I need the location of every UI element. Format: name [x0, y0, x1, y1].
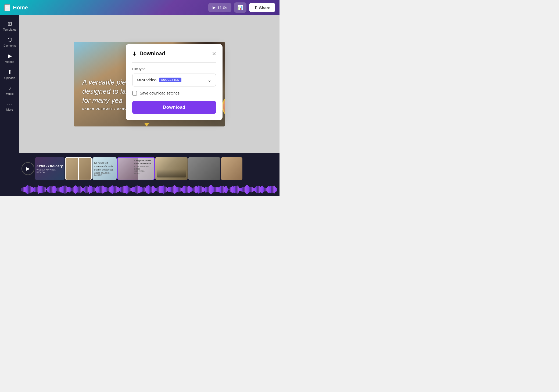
clip-content: Extra / Ordinary WEEKLY APPAREL REVIEW — [35, 157, 64, 180]
svg-rect-187 — [239, 188, 240, 191]
svg-rect-29 — [55, 187, 56, 193]
svg-rect-65 — [97, 186, 98, 193]
svg-rect-86 — [121, 187, 122, 193]
svg-rect-33 — [60, 187, 61, 193]
canvas-wrapper: A versatile piecedesigned to lastfor man… — [74, 42, 225, 126]
svg-rect-160 — [207, 187, 208, 193]
svg-rect-93 — [130, 188, 130, 191]
list-item[interactable]: Long and Belted Coat for Women COAT, BEA… — [117, 157, 155, 180]
svg-rect-3 — [25, 187, 26, 192]
svg-rect-181 — [232, 186, 233, 193]
svg-rect-34 — [61, 187, 62, 193]
svg-rect-102 — [140, 187, 141, 192]
share-button[interactable]: ⬆ Share — [249, 3, 275, 12]
svg-rect-168 — [217, 187, 218, 192]
svg-rect-22 — [47, 187, 48, 191]
svg-rect-167 — [216, 187, 217, 192]
svg-rect-37 — [64, 186, 65, 194]
svg-rect-199 — [253, 188, 254, 191]
svg-rect-195 — [248, 186, 249, 193]
svg-rect-71 — [104, 187, 105, 192]
svg-rect-8 — [31, 187, 32, 193]
svg-rect-136 — [180, 187, 181, 192]
svg-rect-212 — [268, 186, 269, 193]
svg-rect-142 — [187, 187, 187, 193]
svg-rect-66 — [98, 187, 99, 193]
templates-icon: ⊞ — [8, 20, 12, 27]
modal-header: ⬇ Download ✕ — [132, 50, 216, 57]
svg-rect-38 — [66, 186, 66, 193]
sidebar-item-videos[interactable]: ▶ Videos — [1, 50, 18, 66]
svg-rect-138 — [182, 187, 183, 192]
svg-rect-213 — [269, 186, 270, 193]
uploads-icon: ⬆ — [8, 69, 12, 75]
svg-rect-2 — [24, 187, 25, 192]
list-item[interactable] — [188, 157, 220, 180]
list-item[interactable]: Ive never feltmore comfortablethan in th… — [92, 157, 117, 180]
timeline-play-button[interactable]: ▶ — [22, 162, 34, 175]
svg-rect-70 — [103, 186, 104, 193]
file-type-label: File type — [132, 67, 216, 71]
back-button[interactable]: ← — [4, 4, 10, 11]
page-title: Home — [13, 5, 28, 11]
svg-rect-155 — [202, 187, 203, 192]
svg-rect-148 — [194, 187, 194, 192]
svg-rect-149 — [195, 186, 196, 193]
svg-rect-88 — [124, 186, 125, 193]
header-right: ▶ 11.0s 📊 ⬆ Share — [208, 2, 275, 13]
svg-rect-48 — [77, 187, 78, 193]
svg-rect-153 — [199, 186, 200, 193]
sidebar-item-uploads[interactable]: ⬆ Uploads — [1, 67, 18, 82]
list-item[interactable] — [65, 157, 92, 180]
svg-rect-85 — [120, 187, 121, 193]
svg-rect-154 — [200, 186, 201, 193]
svg-rect-80 — [114, 186, 115, 193]
play-button[interactable]: ▶ 11.0s — [208, 3, 232, 12]
svg-rect-143 — [188, 186, 189, 193]
timeline: ▶ Extra / Ordinary WEEKLY APPAREL REVIEW — [19, 153, 280, 196]
svg-rect-36 — [63, 186, 64, 193]
svg-rect-57 — [88, 187, 89, 192]
stats-button[interactable]: 📊 — [234, 2, 246, 13]
content-area: A versatile piecedesigned to lastfor man… — [19, 15, 280, 196]
sidebar-item-more[interactable]: ··· More — [1, 99, 18, 113]
clip-text-area: Long and Belted Coat for Women COAT, BEA… — [134, 159, 153, 175]
svg-rect-156 — [203, 187, 204, 192]
clip-text: Ive never feltmore comfortablethan in th… — [94, 161, 113, 172]
svg-rect-215 — [271, 186, 272, 193]
sidebar-item-elements[interactable]: ⬡ Elements — [1, 34, 18, 49]
svg-rect-197 — [250, 187, 251, 192]
sidebar-item-music[interactable]: ♪ Music — [1, 83, 18, 97]
share-icon: ⬆ — [254, 5, 257, 10]
download-button[interactable]: Download — [132, 101, 216, 114]
svg-rect-21 — [46, 189, 47, 190]
svg-rect-79 — [113, 186, 114, 193]
svg-rect-58 — [89, 186, 90, 194]
list-item[interactable] — [155, 157, 188, 180]
svg-rect-140 — [184, 186, 185, 194]
svg-rect-145 — [190, 187, 191, 192]
svg-rect-84 — [119, 188, 120, 191]
svg-rect-200 — [254, 188, 255, 191]
list-item[interactable] — [221, 157, 242, 180]
modal-title: Download — [139, 50, 165, 57]
sidebar-item-templates[interactable]: ⊞ Templates — [1, 18, 18, 33]
svg-rect-16 — [40, 186, 41, 193]
svg-rect-193 — [246, 185, 247, 194]
svg-rect-176 — [226, 186, 227, 193]
svg-rect-194 — [247, 185, 248, 194]
svg-rect-69 — [102, 186, 103, 193]
file-type-select[interactable]: MP4 Video SUGGESTED ⌄ — [132, 74, 216, 86]
svg-rect-23 — [48, 187, 49, 192]
svg-rect-0 — [22, 188, 22, 191]
svg-rect-81 — [116, 186, 117, 193]
list-item[interactable]: Extra / Ordinary WEEKLY APPAREL REVIEW — [35, 157, 64, 180]
modal-title-row: ⬇ Download — [132, 50, 165, 57]
svg-rect-112 — [152, 186, 153, 193]
svg-rect-189 — [241, 188, 242, 192]
svg-rect-18 — [42, 186, 43, 193]
modal-close-button[interactable]: ✕ — [212, 51, 216, 57]
save-settings-checkbox[interactable] — [132, 91, 137, 96]
svg-rect-47 — [76, 186, 77, 193]
svg-rect-61 — [92, 187, 93, 192]
